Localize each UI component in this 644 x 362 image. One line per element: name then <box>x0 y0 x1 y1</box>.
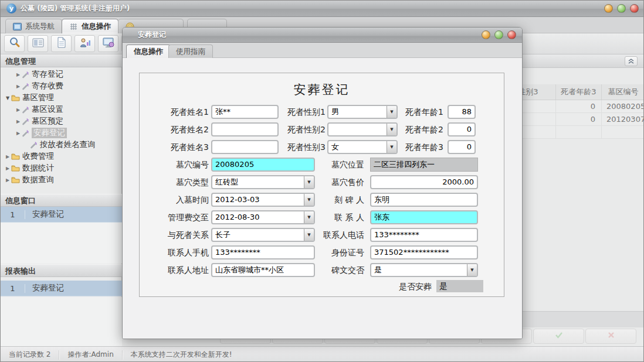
buried-value-field: 是 <box>436 280 483 292</box>
col-header-code[interactable]: 墓区编号 <box>602 84 644 100</box>
tree-item[interactable]: ▶数据统计 <box>1 162 122 174</box>
field-label: 联系人手机 <box>144 245 209 259</box>
list-item[interactable]: 1安葬登记 <box>1 281 122 296</box>
userstats-toolbar-button[interactable] <box>74 35 95 52</box>
chevron-down-icon[interactable]: ▼ <box>304 176 314 188</box>
dialog-tab-info-operation[interactable]: 信息操作 <box>126 45 171 58</box>
dropdown-field[interactable]: 红砖型▼ <box>211 175 315 189</box>
input-field[interactable]: 133******** <box>370 228 478 242</box>
field-value: 男 <box>328 106 387 118</box>
field-value <box>212 141 277 153</box>
tree-item[interactable]: ▶数据查询 <box>1 174 122 186</box>
cross-background-button[interactable] <box>585 329 636 344</box>
input-field[interactable]: 山东省聊城市**小区 <box>211 263 315 277</box>
chevron-down-icon[interactable]: ▼ <box>387 124 396 135</box>
form-row: 墓穴编号20080205墓穴位置二区三排四列东一 <box>140 158 504 172</box>
form-row: 墓穴类型红砖型▼墓穴售价2000.00 <box>140 175 504 189</box>
search-toolbar-button[interactable] <box>4 35 25 52</box>
expander-right-icon[interactable]: ▶ <box>4 154 11 159</box>
input-field[interactable]: 88 <box>448 105 476 119</box>
dropdown-field[interactable]: 长子▼ <box>211 228 315 242</box>
input-field[interactable]: 371502************ <box>370 245 478 259</box>
close-button[interactable] <box>630 4 639 13</box>
collapse-panel-button[interactable] <box>625 56 638 66</box>
chevron-down-icon[interactable]: ▼ <box>304 211 314 223</box>
list-item[interactable]: 1安葬登记 <box>1 207 122 223</box>
dialog-close-button[interactable] <box>507 30 516 39</box>
input-field[interactable] <box>211 140 279 154</box>
cell-age3 <box>556 126 602 139</box>
chevron-down-icon[interactable]: ▼ <box>304 229 314 241</box>
cell-age3: 0 <box>556 100 602 113</box>
tree-item[interactable]: ▶寄存收费 <box>1 80 122 92</box>
dialog-titlebar[interactable]: 安葬登记 <box>123 28 522 43</box>
tool-icon <box>22 129 29 137</box>
tool-icon <box>22 71 29 78</box>
field-value: 133******** <box>371 229 477 241</box>
tree-item[interactable]: ▶墓区设置 <box>1 104 122 115</box>
statusbar: 当前记录数 2 操作者:Admin 本系统支持二次开发和全新开发! <box>1 346 644 362</box>
monitor-toolbar-button[interactable] <box>98 35 118 52</box>
status-record-count: 当前记录数 2 <box>1 350 53 360</box>
chevron-down-icon[interactable]: ▼ <box>387 106 396 118</box>
tab-system-nav[interactable]: 系统导航 <box>5 19 62 33</box>
tree-item[interactable]: ▶墓区预定 <box>1 115 122 127</box>
status-separator <box>122 350 123 360</box>
expander-right-icon[interactable]: ▶ <box>15 84 22 89</box>
expander-right-icon[interactable]: ▶ <box>15 72 22 77</box>
tree-item[interactable]: 按故者姓名查询 <box>1 139 122 151</box>
tree-item[interactable]: ▶寄存登记 <box>1 69 122 80</box>
tree-item[interactable]: ▼墓区管理 <box>1 92 122 104</box>
expander-down-icon[interactable]: ▼ <box>4 95 11 101</box>
input-field[interactable]: 2000.00 <box>370 175 478 189</box>
sidebar-header-info: 信息管理 <box>1 54 122 67</box>
expander-right-icon[interactable]: ▶ <box>15 119 22 124</box>
input-field[interactable]: 0 <box>448 140 476 154</box>
readonly-field: 二区三排四列东一 <box>370 158 478 172</box>
tab-info-operation[interactable]: 信息操作 <box>62 19 118 33</box>
input-field[interactable]: 0 <box>448 122 476 136</box>
form-row: 死者姓名3死者性别3女▼死者年龄30 <box>140 140 504 154</box>
input-field[interactable]: 133******** <box>211 245 315 259</box>
dropdown-field[interactable]: 2012-08-30▼ <box>211 210 315 224</box>
search-icon <box>8 36 21 52</box>
input-field[interactable]: 张** <box>211 105 279 119</box>
field-value: 371502************ <box>371 247 477 258</box>
tree-item[interactable]: ▶收费管理 <box>1 151 122 162</box>
input-field[interactable]: 张东 <box>370 210 478 224</box>
maximize-button[interactable] <box>617 4 626 13</box>
dialog-maximize-button[interactable] <box>494 30 503 39</box>
chevron-down-icon[interactable]: ▼ <box>304 194 314 206</box>
field-label: 联 系 人 <box>318 210 364 224</box>
field-label: 刻 碑 人 <box>318 193 364 207</box>
check-background-button[interactable] <box>533 329 584 344</box>
dropdown-field[interactable]: 2012-03-03▼ <box>211 193 315 207</box>
minimize-button[interactable] <box>604 4 613 13</box>
col-header-age3[interactable]: 死者年龄3 <box>556 84 602 100</box>
field-value: 2012-08-30 <box>212 211 304 223</box>
expander-right-icon[interactable]: ▶ <box>15 107 22 112</box>
dropdown-field[interactable]: 男▼ <box>327 105 398 119</box>
dropdown-field[interactable]: ▼ <box>327 122 398 136</box>
expander-right-icon[interactable]: ▶ <box>4 166 11 171</box>
chevron-down-icon[interactable]: ▼ <box>467 264 477 276</box>
grid-icon <box>69 23 78 30</box>
tree-item[interactable]: ▶安葬登记 <box>1 127 122 139</box>
form-title: 安葬登记 <box>140 81 504 98</box>
input-field[interactable] <box>211 122 279 136</box>
chevron-down-icon[interactable]: ▼ <box>387 141 396 153</box>
dialog-tab-guide[interactable]: 使用指南 <box>168 45 213 58</box>
document-toolbar-button[interactable] <box>51 35 72 52</box>
field-value: 女 <box>328 141 387 153</box>
cardlist-toolbar-button[interactable] <box>28 35 48 52</box>
dropdown-field[interactable]: 是▼ <box>370 263 478 277</box>
folder-icon <box>11 165 20 172</box>
dialog-minimize-button[interactable] <box>482 30 490 39</box>
dropdown-field[interactable]: 女▼ <box>327 140 398 154</box>
input-field[interactable]: 东明 <box>370 193 478 207</box>
input-field[interactable]: 20080205 <box>211 158 315 172</box>
form-row: 联系人手机133********身份证号371502************ <box>140 245 504 259</box>
expander-right-icon[interactable]: ▶ <box>15 131 22 136</box>
expander-right-icon[interactable]: ▶ <box>4 177 11 183</box>
form-row: 与死者关系长子▼联系人电话133******** <box>140 228 504 242</box>
